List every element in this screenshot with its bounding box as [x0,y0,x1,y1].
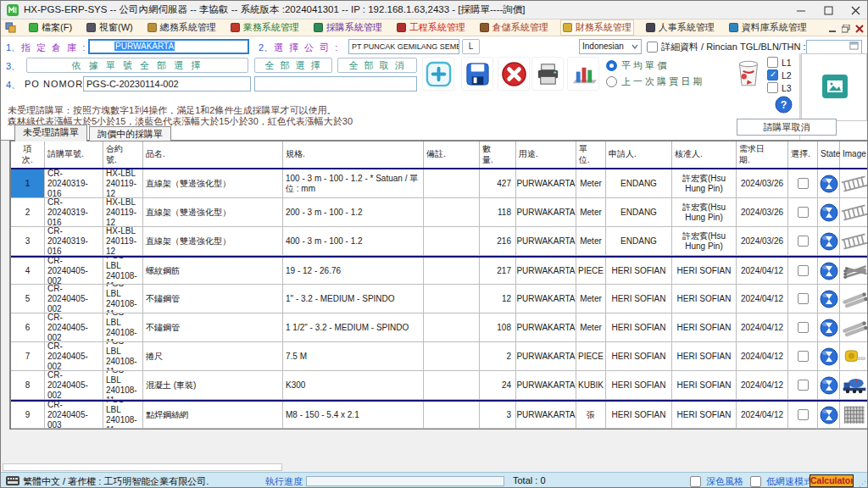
state-globe-icon[interactable] [820,175,838,193]
mdi-restore-icon[interactable] [842,21,850,36]
row-select-checkbox[interactable] [798,265,809,276]
maximize-button[interactable] [815,1,842,19]
product-image[interactable] [841,260,868,282]
resize-grip[interactable]: ⋰ [859,480,867,488]
qty-cell: 12 [480,285,516,313]
row-select-checkbox[interactable] [798,293,809,304]
low-speed-checkbox[interactable] [750,476,761,487]
product-image[interactable] [841,202,868,224]
header-spec[interactable]: 規格. [283,141,424,168]
help-icon[interactable]: ? [775,96,793,114]
row-select-checkbox[interactable] [798,322,809,333]
state-globe-icon[interactable] [820,232,838,251]
header-required-date[interactable]: 需求日 期. [737,141,788,168]
dark-style-checkbox[interactable] [690,476,701,487]
header-usage[interactable]: 用途. [516,141,576,168]
l1-checkbox[interactable] [767,57,778,68]
row-select-checkbox[interactable] [798,178,809,189]
header-image[interactable]: Image [840,141,868,168]
header-select[interactable]: 選擇. [788,141,818,168]
po-input-2[interactable] [254,76,417,92]
header-product-name[interactable]: 品名. [143,141,283,168]
minimize-button[interactable] [787,1,815,19]
cancel-requisition-button[interactable]: 請購單取消 [737,119,837,136]
state-globe-icon[interactable] [820,376,838,395]
rincian-checkbox[interactable] [647,42,658,53]
last-purchase-date-radio[interactable] [606,76,617,87]
menu-item-database[interactable]: 資料庫系統管理 [727,20,809,35]
cancel-button[interactable] [498,57,530,91]
row-select-checkbox[interactable] [798,409,809,420]
header-qty[interactable]: 數 量. [480,141,516,168]
row-index-cell[interactable]: 9 [11,402,45,429]
save-button[interactable] [461,57,493,91]
l3-checkbox[interactable] [767,82,778,93]
header-unit[interactable]: 單 位. [576,141,606,168]
calculator-button[interactable]: Calculator [810,474,854,487]
cancel-all-button[interactable]: 全 部 取 消 [337,58,417,73]
menu-item-purchase[interactable]: 採購系統管理 [312,20,384,35]
row-select-checkbox[interactable] [798,380,809,391]
header-remark[interactable]: 備註. [424,141,480,168]
state-globe-icon[interactable] [820,203,838,222]
state-globe-icon[interactable] [820,347,838,366]
warehouse-input[interactable]: PURWAKARTA [88,39,249,54]
product-image[interactable] [841,230,868,252]
add-button[interactable] [422,57,454,91]
menu-item-warehouse[interactable]: 倉儲系統管理 [478,20,550,35]
header-contract-no[interactable]: 合約 號. [103,141,143,168]
row-index-cell[interactable]: 8 [11,371,45,400]
select-all-button[interactable]: 全 部 選 擇 [254,58,332,73]
tab-inquiry-purchase-orders[interactable]: 詢價中的採購單 [89,126,171,141]
row-select-checkbox[interactable] [798,207,809,218]
calendar-icon[interactable] [849,41,859,54]
row-select-checkbox[interactable] [798,236,809,247]
select-by-doc-button[interactable]: 依 據 單 號 全 部 選 擇 [26,58,248,73]
state-globe-icon[interactable] [820,262,838,280]
menu-item-engineering[interactable]: 工程系統管理 [395,20,467,35]
close-button[interactable] [842,1,868,19]
product-image[interactable] [841,346,868,368]
header-applicant[interactable]: 申請人. [606,141,672,168]
menu-item-hr[interactable]: 人事系統管理 [644,20,716,35]
chart-button[interactable] [567,57,599,91]
row-index-cell[interactable]: 3 [11,227,45,256]
product-image[interactable] [841,288,868,310]
header-req-no[interactable]: 請購單號. [45,141,103,168]
row-index-cell[interactable]: 7 [11,342,45,371]
menu-item-business[interactable]: 業務系統管理 [229,20,301,35]
row-select-checkbox[interactable] [798,351,809,362]
l2-checkbox[interactable] [767,69,778,80]
avg-price-radio[interactable] [606,60,617,71]
state-globe-icon[interactable] [820,290,838,308]
menu-item-general-affairs[interactable]: 總務系統管理 [146,20,218,35]
menu-item-window[interactable]: 視窗(W) [85,20,135,35]
trash-button[interactable] [735,57,764,91]
product-image[interactable] [841,173,868,195]
company-lookup-button[interactable]: L [462,39,480,54]
mdi-minimize-icon[interactable] [829,21,837,36]
state-globe-icon[interactable] [820,319,838,337]
product-image[interactable] [841,317,868,339]
tab-unprocessed-requisitions[interactable]: 未受理請購單 [14,125,87,141]
menu-item-finance[interactable]: 財務系統管理 [561,20,633,35]
row-index-cell[interactable]: 1 [11,169,45,198]
image-button[interactable] [822,75,848,98]
product-image[interactable] [841,404,868,426]
state-globe-icon[interactable] [820,406,838,424]
row-index-cell[interactable]: 5 [11,285,45,313]
print-button[interactable] [531,57,564,91]
keyboard-icon[interactable] [6,476,19,487]
header-index[interactable]: 項 次. [11,141,45,168]
row-index-cell[interactable]: 6 [11,313,45,342]
row-index-cell[interactable]: 2 [11,198,45,227]
language-select[interactable]: Indonesian [579,39,642,54]
po-input[interactable]: PGS-C-20230114-002 [83,76,251,92]
row-index-cell[interactable]: 4 [11,258,45,285]
header-state[interactable]: State [818,141,840,168]
header-approver[interactable]: 核准人. [672,141,737,168]
menu-item-file[interactable]: 檔案(F) [27,20,74,35]
mdi-close-icon[interactable] [855,21,864,36]
product-image[interactable] [841,374,868,396]
company-input[interactable]: PT PUNCAK GEMILANG SEMESTA [348,39,459,54]
